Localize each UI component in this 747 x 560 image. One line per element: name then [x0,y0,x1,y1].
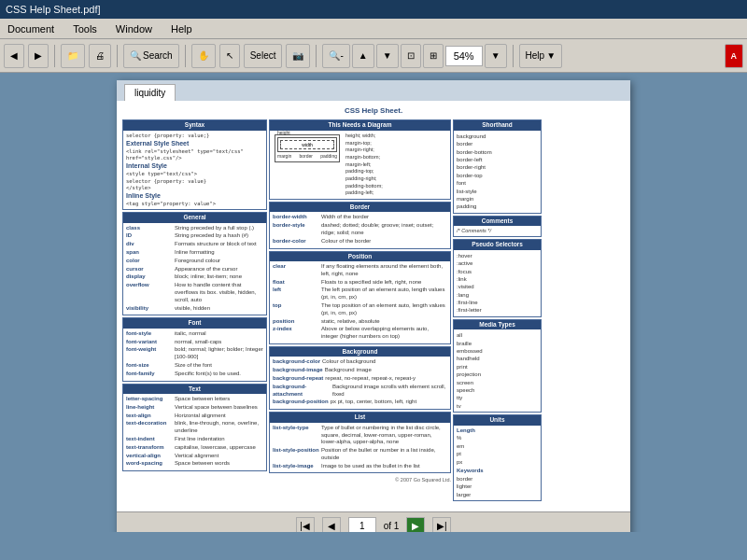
background-section: Background background-colorColour of bac… [269,346,451,410]
mt-tty: tty [457,394,538,401]
ps-link: :link [457,275,538,283]
bg-row-position: background-positionpx pt, top, center, b… [273,399,447,406]
border-row-style: border-styledashed; dotted; double; groo… [273,222,447,237]
sh-border-top: border-top [457,172,538,179]
zoom-down-button[interactable]: ▼ [376,44,399,68]
ps-first-line: :first-line [457,299,538,306]
border-row-width: border-widthWidth of the border [273,214,447,221]
menu-document[interactable]: Document [4,21,58,36]
select-button[interactable]: Select [244,44,283,68]
pseudo-section: Pseudo Selectors :hover :active :focus :… [453,239,542,317]
general-row-span: spanInline formatting [126,249,263,257]
print-button[interactable]: 🖨 [89,44,111,68]
general-row-display: displayblock; inline; list-item; none [126,273,263,281]
tab-label: liquidity [134,88,165,98]
copyright: © 2007 Go Squared Ltd. [269,477,451,483]
pseudo-header: Pseudo Selectors [454,240,541,249]
ext-style-code1: <link rel="stylesheet" type="text/css" [126,148,263,155]
kw-lighter: lighter [457,483,538,490]
back-button[interactable]: ◀ [4,44,24,68]
diagram-visual: height width marginborderpadding [273,133,342,197]
list-row-position: list-style-positionPosition of the bulle… [273,447,447,462]
zoom-up-button[interactable]: ▲ [352,44,374,68]
text-section: Text letter-spacingSpace between letters… [122,384,267,472]
mt-speech: speech [457,386,538,394]
search-label: Search [143,50,173,61]
page-info: of 1 [384,521,400,531]
ps-lang: :lang [457,291,538,299]
general-row-div: divFormats structure or block of text [126,241,263,248]
pos-row-left: leftThe left position of an element auto… [273,287,447,301]
zoom-control: 🔍- ▲ ▼ ⊡ ⊞ ▼ [322,44,506,68]
media-header: Media Types [454,320,541,329]
general-row-overflow: overflowHow to handle content that overf… [126,282,263,303]
comments-header: Comments [454,217,541,226]
font-row-family: font-familySpecific font(s) to be used. [126,371,263,378]
border-section: Border border-widthWidth of the border b… [269,202,451,249]
sh-font: font [457,179,538,187]
font-header: Font [123,318,266,328]
text-row-tt: text-transformcapitalise, lowercase, upp… [126,444,263,452]
zoom-out-button[interactable]: 🔍- [322,44,349,68]
unit-px: px [457,458,538,466]
title-bar: CSS Help Sheet.pdf] [0,0,747,19]
zoom-fit-button[interactable]: ⊡ [401,44,421,68]
pdf-content: CSS Help Sheet. Syntax selector {propert… [117,101,630,511]
prev-page-button[interactable]: ◀ [322,517,341,533]
zoom-dropdown-button[interactable]: ▼ [485,44,507,68]
list-row-image: list-style-imageImage to be used as the … [273,463,447,470]
text-row-td: text-decorationblink, line-through, none… [126,420,263,435]
general-row-visibility: visibilityvisible, hidden [126,305,263,313]
page-number-input[interactable] [348,517,376,533]
cursor-button[interactable]: ↖ [219,44,240,68]
search-button[interactable]: 🔍 Search [123,44,179,68]
forward-button[interactable]: ▶ [28,44,49,68]
list-section: List list-style-typeType of bullet or nu… [269,412,451,473]
text-row-ta: text-alignHorizontal alignment [126,413,263,420]
sh-border: border [457,140,538,147]
separator-1 [54,45,55,67]
next-page-button[interactable]: ▶ [406,517,425,533]
border-header: Border [270,203,450,212]
ps-focus: :focus [457,268,538,275]
pdf-title: CSS Help Sheet. [122,106,625,116]
help-label: Help [526,50,545,61]
menu-tools[interactable]: Tools [69,21,101,36]
font-row-style: font-styleitalic, normal [126,330,263,338]
sh-border-left: border-left [457,156,538,163]
zoom-page-button[interactable]: ⊞ [423,44,444,68]
text-row-va: vertical-alignVertical alignment [126,453,263,460]
inline-style-title: Inline Style [126,191,263,200]
acrobat-button[interactable]: A [725,44,744,68]
zoom-input[interactable] [445,46,483,66]
ext-style-title: External Style Sheet [126,139,263,147]
snapshot-button[interactable]: 📷 [286,44,310,68]
comments-text: /* Comments */ [457,228,538,234]
pos-row-clear: clearIf any floating elements around the… [273,263,447,278]
hand-button[interactable]: ✋ [191,44,216,68]
general-row-cursor: cursorAppearance of the cursor [126,266,263,273]
general-header: General [123,213,266,222]
general-row-id: IDString preceded by a hash (#) [126,232,263,240]
menu-window[interactable]: Window [112,21,156,36]
search-icon: 🔍 [130,50,141,61]
open-button[interactable]: 📁 [61,44,85,68]
first-page-button[interactable]: |◀ [296,517,315,533]
separator-4 [316,45,317,67]
mt-all: all [457,331,538,339]
last-page-button[interactable]: ▶| [432,517,451,533]
menu-help[interactable]: Help [167,21,196,36]
kw-border: border [457,475,538,483]
unit-percent: % [457,434,538,441]
shorthand-section: Shorthand background border border-botto… [453,119,542,213]
unit-em: em [457,442,538,450]
help-button[interactable]: Help ▼ [519,44,562,68]
diagram-properties: height; width; margin-top; margin-right;… [345,133,383,197]
units-length-label: Length [457,427,538,435]
units-header: Units [454,415,541,425]
ps-visited: :visited [457,283,538,290]
ext-style-code2: href="style.css"/> [126,155,263,161]
sh-border-bottom: border-bottom [457,148,538,156]
pdf-tab-liquidity[interactable]: liquidity [124,84,176,101]
toolbar: ◀ ▶ 📁 🖨 🔍 Search ✋ ↖ Select 📷 🔍- ▲ ▼ ⊡ ⊞… [0,39,747,73]
